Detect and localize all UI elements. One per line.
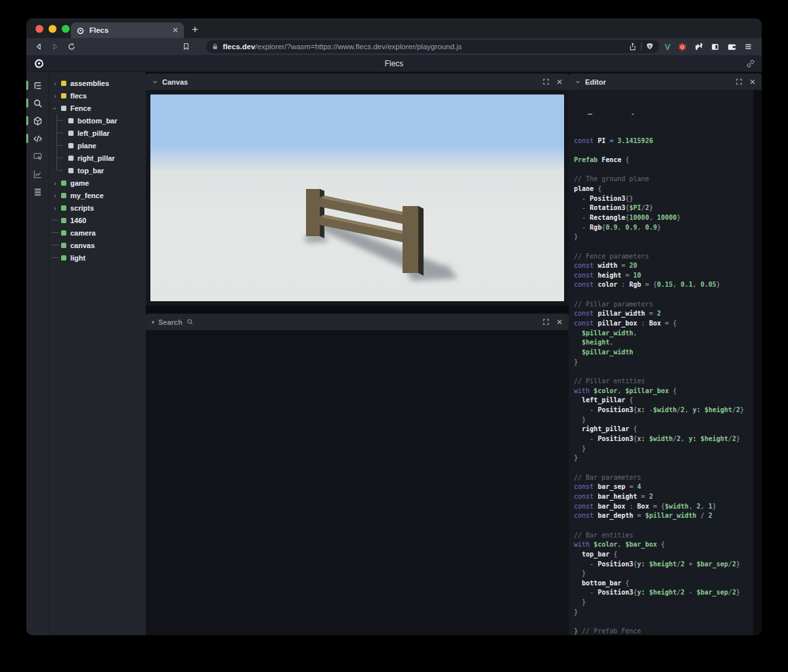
tree-item-scripts[interactable]: ›scripts	[49, 201, 146, 214]
tree-item-label: flecs	[70, 92, 87, 100]
flecs-favicon-icon	[76, 26, 85, 35]
tree-item-top_bar[interactable]: top_bar	[49, 164, 146, 177]
tree-item-label: scripts	[70, 204, 94, 212]
tree-item-label: assemblies	[70, 79, 109, 87]
expand-icon[interactable]	[542, 78, 550, 85]
code-editor[interactable]: const PI = 3.1415926 Prefab Fence { // T…	[569, 90, 753, 635]
expand-icon[interactable]	[542, 318, 550, 326]
minimize-window-button[interactable]	[49, 25, 56, 33]
forward-icon[interactable]	[49, 41, 60, 52]
browser-tab[interactable]: Flecs ✕	[71, 22, 184, 38]
tree-item-light[interactable]: light	[49, 251, 146, 264]
sidebar-item-stats[interactable]	[26, 166, 49, 182]
code-line: - Rgb{0.9, 0.9, 0.9}	[574, 223, 753, 233]
chevron-right-icon[interactable]: ›	[49, 91, 61, 100]
entity-color-square	[61, 180, 66, 186]
red-hexagon-extension-icon[interactable]	[678, 42, 687, 52]
code-line: const PI = 3.1415926	[574, 136, 753, 146]
close-icon[interactable]: ✕	[556, 78, 563, 86]
tree-item-label: plane	[77, 142, 97, 150]
tab-title: Flecs	[89, 26, 167, 34]
chevron-down-icon[interactable]	[575, 79, 581, 85]
close-icon[interactable]: ✕	[556, 318, 563, 326]
tree-leaf-dash	[49, 245, 61, 245]
code-line	[574, 146, 753, 156]
tree-item-flecs[interactable]: ›flecs	[49, 89, 146, 102]
vue-devtools-extension-icon[interactable]: V	[665, 42, 670, 52]
code-line	[574, 521, 753, 531]
code-line: }	[574, 569, 753, 579]
main-content: ›assemblies›flecs›Fencebottom_barleft_pi…	[26, 72, 762, 635]
chevron-down-icon[interactable]	[152, 79, 158, 85]
close-window-button[interactable]	[35, 25, 43, 33]
code-line	[574, 290, 753, 300]
sidebar-toggle-icon[interactable]	[711, 43, 720, 51]
tree-item-1460[interactable]: 1460	[49, 214, 146, 226]
tree-item-Fence[interactable]: ›Fence	[49, 102, 146, 114]
menu-icon[interactable]	[744, 43, 753, 51]
code-line: right_pillar {	[574, 425, 753, 434]
code-line: - Position3{}	[574, 194, 753, 204]
extensions-puzzle-icon[interactable]	[694, 42, 703, 51]
share-icon[interactable]	[628, 42, 637, 51]
new-tab-button[interactable]: +	[192, 23, 198, 36]
cube-icon	[33, 116, 43, 126]
code-line: const pillar_box : Box = {	[574, 319, 753, 329]
entity-color-square	[68, 143, 74, 148]
tree-item-bottom_bar[interactable]: bottom_bar	[49, 114, 146, 127]
back-icon[interactable]	[33, 41, 44, 52]
expand-icon[interactable]	[735, 78, 743, 85]
tree-item-camera[interactable]: camera	[49, 226, 146, 239]
close-icon[interactable]: ✕	[749, 78, 756, 86]
tree-item-left_pillar[interactable]: left_pillar	[49, 127, 146, 139]
sidebar-item-entity-tree[interactable]	[26, 77, 49, 94]
chevron-right-icon[interactable]: ›	[49, 191, 61, 200]
canvas-3d-viewport[interactable]	[150, 94, 564, 301]
entity-color-square	[61, 255, 66, 261]
canvas-panel-title: Canvas	[162, 78, 188, 86]
code-line: }	[574, 608, 753, 618]
chevron-down-icon[interactable]: ›	[49, 104, 61, 113]
tree-item-plane[interactable]: plane	[49, 139, 146, 152]
collapsed-dot-icon[interactable]	[152, 321, 154, 324]
tree-item-canvas[interactable]: canvas	[49, 239, 146, 251]
editor-scrollbar[interactable]	[753, 90, 762, 635]
tree-item-label: 1460	[70, 217, 86, 224]
tab-close-icon[interactable]: ✕	[172, 26, 179, 34]
maximize-window-button[interactable]	[62, 25, 70, 33]
sidebar-item-canvas[interactable]	[26, 113, 49, 129]
share-link-icon[interactable]	[746, 59, 755, 68]
tree-icon	[33, 81, 43, 91]
lock-icon	[211, 43, 219, 51]
wallet-icon[interactable]	[727, 43, 737, 51]
brave-shield-icon[interactable]	[646, 42, 654, 51]
chevron-right-icon[interactable]: ›	[49, 79, 61, 88]
code-line: - Rotation3{$PI/2}	[574, 203, 753, 213]
sidebar-item-commands[interactable]	[26, 184, 49, 200]
code-line: }	[574, 358, 753, 368]
tree-item-label: Fence	[70, 104, 91, 112]
reload-icon[interactable]	[66, 41, 77, 52]
chevron-right-icon[interactable]: ›	[49, 203, 61, 213]
chevron-right-icon[interactable]: ›	[49, 178, 61, 188]
active-indicator	[26, 81, 28, 90]
tree-guide-line	[56, 114, 64, 127]
tree-item-game[interactable]: ›game	[49, 177, 146, 189]
tree-item-label: bottom_bar	[77, 117, 118, 125]
tree-item-right_pillar[interactable]: right_pillar	[49, 152, 146, 164]
tree-item-assemblies[interactable]: ›assemblies	[49, 77, 146, 89]
entity-color-square	[68, 131, 74, 136]
sidebar-item-inspector[interactable]	[26, 148, 49, 165]
bookmark-icon[interactable]	[181, 41, 192, 52]
url-bar[interactable]: flecs.dev/explorer/?wasm=https://www.fle…	[206, 40, 659, 53]
tree-item-label: light	[70, 254, 85, 262]
code-line: - Position3{y: $height/2 + $bar_sep/2}	[574, 560, 753, 570]
tree-leaf-dash	[49, 257, 61, 258]
tree-item-my_fence[interactable]: ›my_fence	[49, 189, 146, 201]
sidebar-item-query[interactable]	[26, 95, 49, 112]
sidebar-item-editor[interactable]	[26, 131, 49, 147]
editor-panel-title: Editor	[585, 78, 606, 86]
code-line: // Bar parameters	[574, 473, 753, 483]
editor-column: Editor ✕ const PI = 3.1415926 Prefab Fen…	[569, 72, 762, 635]
commands-icon	[33, 187, 43, 197]
